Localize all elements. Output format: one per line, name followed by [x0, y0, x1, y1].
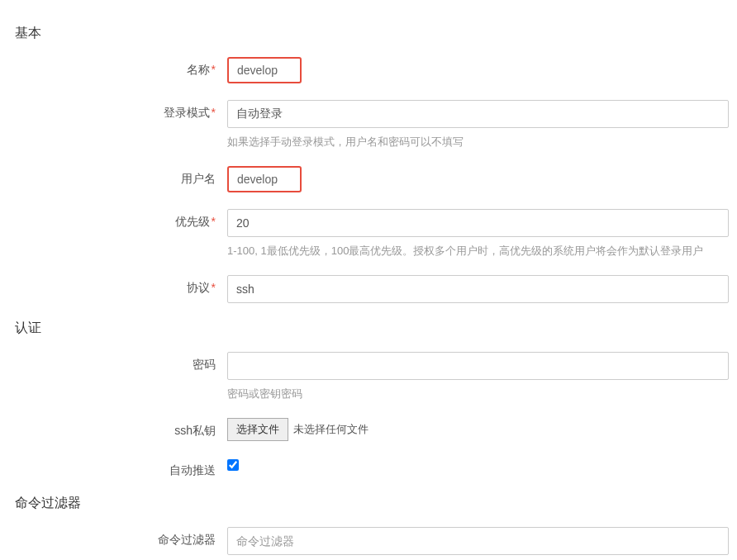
login-mode-select[interactable]: [227, 100, 729, 128]
row-password: 密码 密码或密钥密码: [8, 352, 729, 401]
row-cmdfilter: 命令过滤器: [8, 527, 729, 555]
section-basic-title: 基本: [15, 25, 729, 42]
required-mark: *: [212, 63, 216, 76]
password-help: 密码或密钥密码: [227, 387, 729, 401]
row-priority: 优先级* 1-100, 1最低优先级，100最高优先级。授权多个用户时，高优先级…: [8, 209, 729, 259]
login-mode-help: 如果选择手动登录模式，用户名和密码可以不填写: [227, 135, 729, 149]
label-username: 用户名: [8, 166, 227, 187]
protocol-select[interactable]: [227, 275, 729, 303]
choose-file-button[interactable]: 选择文件: [227, 418, 288, 441]
label-sshkey: ssh私钥: [8, 418, 227, 439]
priority-help: 1-100, 1最低优先级，100最高优先级。授权多个用户时，高优先级的系统用户…: [227, 244, 729, 259]
name-input[interactable]: develop: [227, 57, 302, 83]
username-input[interactable]: develop: [227, 166, 302, 192]
label-autopush: 自动推送: [8, 458, 227, 478]
section-filter-title: 命令过滤器: [15, 495, 729, 512]
row-sshkey: ssh私钥 选择文件 未选择任何文件: [8, 418, 729, 441]
required-mark: *: [212, 106, 216, 119]
no-file-text: 未选择任何文件: [293, 422, 368, 437]
label-cmdfilter: 命令过滤器: [8, 527, 227, 548]
password-input[interactable]: [227, 352, 729, 380]
row-username: 用户名 develop: [8, 166, 729, 192]
row-name: 名称* develop: [8, 57, 729, 83]
cmdfilter-input[interactable]: [227, 527, 729, 555]
row-login-mode: 登录模式* 如果选择手动登录模式，用户名和密码可以不填写: [8, 100, 729, 149]
label-priority: 优先级*: [8, 209, 227, 230]
row-protocol: 协议*: [8, 275, 729, 303]
priority-input[interactable]: [227, 209, 729, 237]
section-auth-title: 认证: [15, 320, 729, 337]
autopush-checkbox[interactable]: [227, 459, 239, 471]
required-mark: *: [212, 281, 216, 294]
required-mark: *: [212, 215, 216, 228]
label-password: 密码: [8, 352, 227, 373]
label-login-mode: 登录模式*: [8, 100, 227, 121]
label-name: 名称*: [8, 57, 227, 78]
row-autopush: 自动推送: [8, 458, 729, 478]
label-protocol: 协议*: [8, 275, 227, 296]
